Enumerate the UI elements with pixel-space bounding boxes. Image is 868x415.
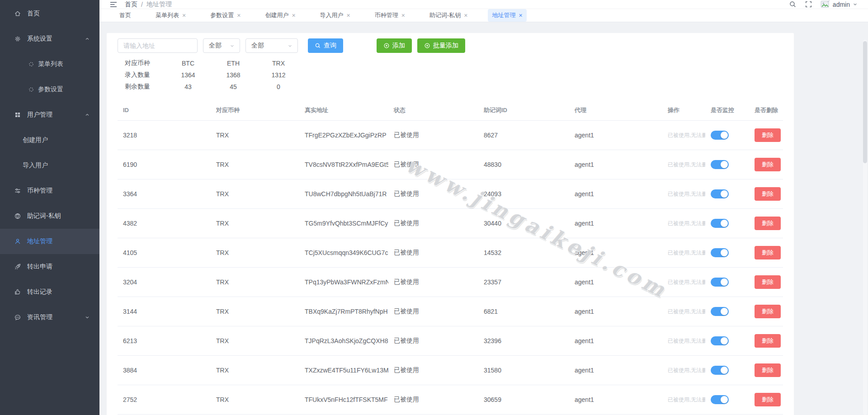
table-row: 2752TRXTFUkxV5nFHc12fTFSKT5MF已被使用30659ag… — [118, 385, 783, 415]
cell-address: TJPqRzL3AohSKjoZgCQXH8 — [299, 337, 388, 344]
operation-note: 已被使用,无法删除 — [668, 367, 705, 373]
tab-2[interactable]: 菜单列表× — [151, 9, 190, 22]
sidebar-item-10[interactable]: 地址管理 — [0, 229, 99, 254]
cell-coin: TRX — [211, 337, 299, 344]
close-icon[interactable]: × — [347, 12, 350, 19]
delete-button[interactable]: 删除 — [755, 246, 781, 259]
sidebar-item-6[interactable]: 创建用户 — [0, 127, 99, 153]
gear-icon — [14, 35, 21, 42]
operation-note: 已被使用,无法删除 — [668, 308, 705, 315]
delete-button[interactable]: 删除 — [755, 128, 781, 142]
tab-4[interactable]: 创建用户× — [261, 9, 299, 22]
sidebar-item-label: 资讯管理 — [27, 313, 52, 321]
cell-address: TU8wCH7dbpgNh5tUaBj71R — [299, 190, 388, 198]
delete-button[interactable]: 删除 — [755, 334, 781, 348]
sidebar-item-label: 用户管理 — [27, 111, 52, 119]
cell-agent: agent1 — [569, 367, 662, 374]
operation-note: 已被使用,无法删除 — [668, 132, 705, 138]
delete-button[interactable]: 删除 — [755, 158, 781, 171]
cell-delete: 删除 — [749, 128, 783, 142]
query-button[interactable]: 查询 — [308, 38, 343, 53]
search-icon[interactable] — [789, 0, 797, 8]
sidebar-item-8[interactable]: 币种管理 — [0, 178, 99, 203]
tab-label: 助记词-私钥 — [429, 11, 461, 19]
tab-label: 参数设置 — [210, 11, 234, 19]
chevron-down-icon — [852, 1, 858, 7]
sidebar-item-11[interactable]: 转出申请 — [0, 254, 99, 279]
close-icon[interactable]: × — [401, 12, 405, 19]
batch-add-button[interactable]: 批量添加 — [417, 38, 465, 53]
sidebar-item-4[interactable]: 参数设置 — [0, 77, 99, 102]
tab-7[interactable]: 助记词-私钥× — [425, 9, 472, 22]
monitor-toggle[interactable] — [711, 189, 729, 198]
monitor-toggle[interactable] — [711, 248, 729, 257]
monitor-toggle[interactable] — [711, 307, 729, 316]
tab-1[interactable]: 首页 — [115, 9, 135, 22]
cell-operation: 已被使用,无法删除 — [662, 396, 705, 404]
sidebar-item-label: 参数设置 — [38, 85, 63, 94]
close-icon[interactable]: × — [237, 12, 241, 19]
close-icon[interactable]: × — [182, 12, 186, 19]
sidebar-item-12[interactable]: 转出记录 — [0, 279, 99, 305]
add-button[interactable]: 添加 — [377, 38, 412, 53]
table-row: 3884TRXTXZxzwE4TF5u11FY6Lw13M已被使用31580ag… — [118, 356, 783, 385]
filter-row: 全部 全部 查询 — [118, 38, 783, 53]
close-icon[interactable]: × — [292, 12, 295, 19]
monitor-toggle[interactable] — [711, 366, 729, 375]
sidebar-item-5[interactable]: 用户管理 — [0, 102, 99, 127]
cell-operation: 已被使用,无法删除 — [662, 249, 705, 257]
chevron-down-icon — [287, 43, 293, 49]
tab-6[interactable]: 币种管理× — [371, 9, 409, 22]
toggle-knob — [721, 337, 728, 344]
stats-row-label: 录入数量 — [125, 71, 165, 79]
tab-label: 地址管理 — [492, 11, 515, 19]
sidebar-item-1[interactable]: 首页 — [0, 1, 99, 26]
stats-value: 1368 — [211, 71, 256, 79]
monitor-toggle[interactable] — [711, 336, 729, 345]
breadcrumb-home[interactable]: 首页 — [125, 0, 137, 9]
sidebar-item-7[interactable]: 导入用户 — [0, 153, 99, 178]
toggle-knob — [721, 278, 728, 286]
cell-id: 3364 — [118, 190, 211, 198]
coin-filter-select[interactable]: 全部 — [203, 38, 240, 53]
sliders-icon — [14, 187, 21, 194]
grid-icon — [14, 111, 21, 118]
scrollbar-thumb[interactable] — [863, 41, 867, 163]
cell-operation: 已被使用,无法删除 — [662, 278, 705, 286]
address-search-input[interactable] — [118, 38, 198, 53]
sidebar-item-9[interactable]: 助记词-私钥 — [0, 203, 99, 229]
delete-button[interactable]: 删除 — [755, 275, 781, 289]
coin-stats-summary: 对应币种BTCETHTRX录入数量136413681312剩余数量43450 — [125, 57, 783, 93]
monitor-toggle[interactable] — [711, 131, 729, 140]
toggle-knob — [721, 220, 728, 227]
fullscreen-icon[interactable] — [805, 0, 812, 8]
cell-status: 已被使用 — [388, 249, 478, 257]
cell-agent: agent1 — [569, 190, 662, 198]
delete-button[interactable]: 删除 — [755, 187, 781, 201]
sidebar-item-13[interactable]: 资讯管理 — [0, 305, 99, 330]
cell-address: TPq13yPbWa3FWNRZxFzmN — [299, 278, 388, 286]
user-menu[interactable]: admin — [821, 0, 858, 9]
close-icon[interactable]: × — [519, 12, 522, 19]
delete-button[interactable]: 删除 — [755, 217, 781, 230]
delete-button[interactable]: 删除 — [755, 363, 781, 377]
monitor-toggle[interactable] — [711, 219, 729, 228]
tab-5[interactable]: 导入用户× — [316, 9, 354, 22]
monitor-toggle[interactable] — [711, 395, 729, 404]
toggle-knob — [721, 190, 728, 198]
cell-delete: 删除 — [749, 158, 783, 171]
menu-collapse-icon[interactable] — [109, 1, 118, 8]
toggle-knob — [721, 308, 728, 315]
tab-8[interactable]: 地址管理× — [488, 9, 526, 22]
monitor-toggle[interactable] — [711, 278, 729, 287]
sidebar-item-3[interactable]: 菜单列表 — [0, 52, 99, 77]
status-filter-select[interactable]: 全部 — [245, 38, 298, 53]
close-icon[interactable]: × — [464, 12, 467, 19]
monitor-toggle[interactable] — [711, 160, 729, 169]
tab-3[interactable]: 参数设置× — [206, 9, 245, 22]
sidebar-item-2[interactable]: 系统设置 — [0, 26, 99, 52]
table-row: 4105TRXTCj5XUcsmqqn349K6CUG7c已被使用14532ag… — [118, 238, 783, 268]
delete-button[interactable]: 删除 — [755, 305, 781, 318]
delete-button[interactable]: 删除 — [755, 393, 781, 406]
plus-circle-icon — [424, 42, 430, 49]
